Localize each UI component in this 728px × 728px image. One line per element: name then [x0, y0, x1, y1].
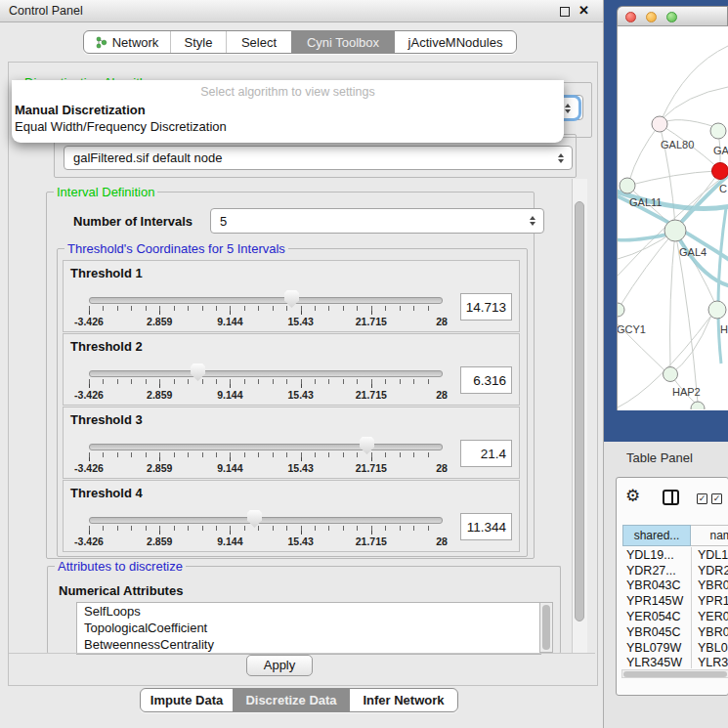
- node-h[interactable]: [708, 301, 726, 319]
- threshold-2-slider-track[interactable]: [89, 370, 443, 377]
- minimize-traffic-light-icon[interactable]: [646, 12, 657, 22]
- cell-shared-name[interactable]: YBL079W: [622, 641, 691, 655]
- cell-name[interactable]: YBR0: [691, 624, 728, 640]
- node-gal80[interactable]: [652, 116, 667, 132]
- cell-shared-name[interactable]: YPR145W: [622, 594, 691, 608]
- list-scrollbar[interactable]: [539, 602, 553, 653]
- node-table: YDL19... YDL1 YDR27... YDR2 YBR043C YBR0…: [622, 547, 728, 668]
- threshold-1-value-field[interactable]: 14.713: [460, 293, 512, 321]
- popup-hint: Select algorithm to view settings: [12, 84, 564, 102]
- tab-label: Network: [112, 35, 159, 50]
- cell-name[interactable]: YPR1: [691, 593, 728, 609]
- threshold-3-slider-track[interactable]: [89, 444, 443, 450]
- list-item[interactable]: SelfLoops: [77, 603, 540, 620]
- zoom-traffic-light-icon[interactable]: [666, 12, 677, 22]
- tick-label: 2.859: [147, 535, 172, 547]
- threshold-4-slider-track[interactable]: [89, 517, 443, 524]
- checkbox-icon[interactable]: ✓: [711, 493, 722, 504]
- threshold-3-value-field[interactable]: 21.4: [460, 440, 512, 467]
- cell-name[interactable]: YBL0: [691, 640, 728, 656]
- popup-option-equal-width-frequency[interactable]: Equal Width/Frequency Discretization: [12, 118, 564, 135]
- cell-name[interactable]: YBR0: [691, 578, 728, 594]
- tab-jactivemnodules[interactable]: jActiveMNodules: [394, 31, 516, 53]
- tab-network[interactable]: Network: [84, 31, 170, 53]
- number-of-intervals-combobox[interactable]: 5: [210, 208, 544, 234]
- node-gal11[interactable]: [620, 178, 635, 193]
- tick-label: 2.859: [147, 389, 172, 401]
- cell-shared-name[interactable]: YBR045C: [622, 625, 691, 639]
- tick-label: 21.715: [356, 462, 387, 474]
- tick-label: 9.144: [217, 535, 242, 547]
- node-hap2[interactable]: [664, 367, 678, 382]
- content-scrollbar-thumb[interactable]: [575, 201, 584, 621]
- node-bottom[interactable]: [691, 402, 705, 409]
- close-icon[interactable]: ✕: [578, 3, 589, 18]
- table-row[interactable]: YBR045C YBR0: [622, 624, 728, 640]
- popup-option-manual-discretization[interactable]: Manual Discretization: [12, 102, 564, 118]
- table-data-combobox[interactable]: galFiltered.sif default node: [64, 146, 573, 170]
- table-row[interactable]: YDL19... YDL1: [622, 547, 728, 563]
- table-row[interactable]: YDR27... YDR2: [622, 563, 728, 578]
- group-title: Attributes to discretize: [55, 559, 186, 574]
- cell-name[interactable]: YLR3: [691, 656, 728, 668]
- tab-cyni-toolbox[interactable]: Cyni Toolbox: [291, 31, 394, 53]
- threshold-1-slider-track[interactable]: [89, 297, 443, 304]
- slider-minor-ticks: [89, 452, 442, 457]
- cell-name[interactable]: YER0: [691, 609, 728, 624]
- algorithm-dropdown-popup: Select algorithm to view settings Manual…: [12, 80, 564, 143]
- desktop-background: GAL80 GAL C GAL11 GAL4 GCY1 H HAP2: [604, 0, 728, 442]
- split-table-icon[interactable]: [663, 490, 679, 505]
- tab-style[interactable]: Style: [170, 31, 226, 53]
- table-horizontal-scrollbar[interactable]: [621, 669, 728, 678]
- checkbox-icon[interactable]: ✓: [697, 493, 707, 504]
- tick-label: 9.144: [217, 389, 242, 401]
- float-window-icon[interactable]: [560, 7, 570, 17]
- tab-discretize-data[interactable]: Discretize Data: [233, 689, 349, 711]
- cell-shared-name[interactable]: YER054C: [622, 610, 691, 623]
- combobox-value: galFiltered.sif default node: [73, 150, 222, 165]
- attributes-group: Attributes to discretize Numerical Attri…: [47, 566, 561, 654]
- tab-infer-network[interactable]: Infer Network: [349, 689, 457, 711]
- cell-shared-name[interactable]: YDL19...: [622, 548, 691, 562]
- list-item[interactable]: TopologicalCoefficient: [77, 620, 540, 636]
- control-panel-titlebar[interactable]: Control Panel ✕: [0, 0, 603, 22]
- close-traffic-light-icon[interactable]: [625, 12, 636, 22]
- column-header-shared[interactable]: shared...: [622, 525, 691, 546]
- column-header-name[interactable]: name: [691, 525, 728, 546]
- list-scrollbar-thumb[interactable]: [542, 605, 550, 650]
- tab-select[interactable]: Select: [226, 31, 291, 53]
- cell-name[interactable]: YDR2: [691, 563, 728, 578]
- tick-label: -3.426: [74, 316, 104, 327]
- content-scrollbar[interactable]: [572, 179, 587, 653]
- node-gal4[interactable]: [664, 220, 686, 241]
- cell-shared-name[interactable]: YBR043C: [622, 578, 691, 592]
- cell-name[interactable]: YDL1: [691, 547, 728, 563]
- panel-title: Control Panel: [9, 4, 83, 18]
- gear-icon[interactable]: ⚙: [625, 486, 640, 506]
- table-row[interactable]: YBR043C YBR0: [622, 578, 728, 594]
- numerical-attributes-list[interactable]: SelfLoops TopologicalCoefficient Between…: [76, 602, 541, 655]
- threshold-3-panel: Threshold 3 -3.426 2.859 9.144 15.43 21.…: [63, 407, 520, 479]
- network-window-titlebar[interactable]: [617, 6, 728, 26]
- group-title: Interval Definition: [54, 185, 157, 199]
- stepper-arrows-icon: [558, 153, 564, 163]
- cell-shared-name[interactable]: YDR27...: [622, 564, 691, 578]
- bottom-tab-bar: Impute Data Discretize Data Infer Networ…: [140, 688, 458, 712]
- node-red[interactable]: [712, 163, 728, 180]
- table-row[interactable]: YBL079W YBL0: [622, 640, 728, 656]
- list-item[interactable]: BetweennessCentrality: [77, 636, 540, 653]
- threshold-2-value-field[interactable]: 6.316: [460, 366, 512, 394]
- tick-label: -3.426: [74, 462, 104, 474]
- tick-label: 15.43: [287, 389, 313, 401]
- network-canvas[interactable]: GAL80 GAL C GAL11 GAL4 GCY1 H HAP2: [617, 26, 728, 410]
- apply-button[interactable]: Apply: [246, 655, 313, 676]
- table-row[interactable]: YLR345W YLR3: [622, 656, 728, 668]
- node-gcy1[interactable]: [618, 303, 624, 317]
- tab-impute-data[interactable]: Impute Data: [141, 689, 233, 711]
- table-row[interactable]: YPR145W YPR1: [622, 593, 728, 609]
- table-row[interactable]: YER054C YER0: [622, 609, 728, 624]
- node-gal[interactable]: [710, 123, 726, 139]
- table-horizontal-scrollbar-thumb[interactable]: [623, 671, 727, 677]
- threshold-4-value-field[interactable]: 11.344: [460, 513, 512, 540]
- cell-shared-name[interactable]: YLR345W: [622, 656, 691, 668]
